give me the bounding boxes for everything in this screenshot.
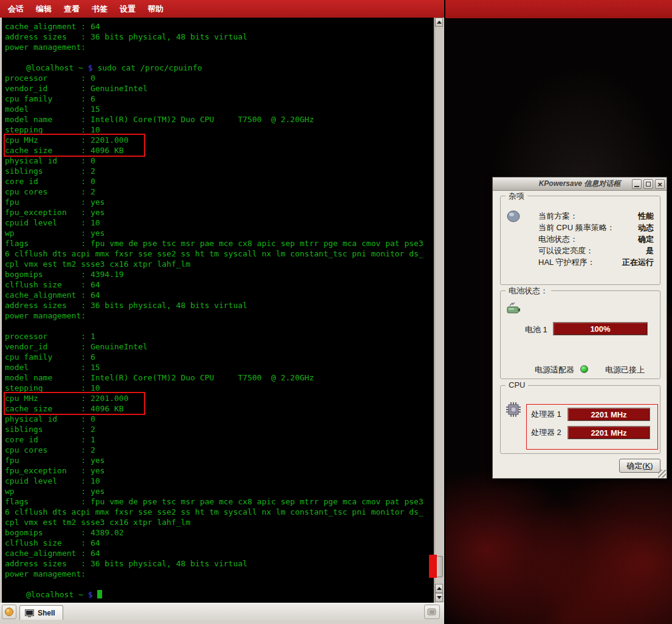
info-row: 可以设定亮度：是 bbox=[538, 245, 654, 256]
terminal-line: wp : yes bbox=[5, 228, 434, 238]
kpowersave-dialog: KPowersave 信息对话框 杂项 当前方案：性能当前 CPU 频率策略：动… bbox=[492, 177, 667, 479]
annotation-scroll-marker bbox=[429, 555, 437, 578]
terminal-line: cache size : 4096 KB bbox=[5, 403, 144, 414]
minimize-button[interactable] bbox=[632, 179, 642, 189]
new-session-icon bbox=[4, 607, 14, 617]
terminal-line: wp : yes bbox=[5, 486, 434, 496]
cpu-row: 处理器 12201 MHz bbox=[531, 408, 650, 421]
terminal-line: model name : Intel(R) Core(TM)2 Duo CPU … bbox=[5, 372, 434, 383]
info-label: 可以设定亮度： bbox=[538, 245, 594, 256]
close-icon bbox=[657, 179, 662, 190]
prompt-command: sudo cat /proc/cpuinfo bbox=[93, 63, 202, 72]
terminal-window: 会话编辑查看书签设置帮助 cache_alignment : 64address… bbox=[0, 0, 444, 624]
terminal-line bbox=[5, 321, 434, 331]
terminal-line: power management: bbox=[5, 569, 434, 579]
cpu-rows: 处理器 12201 MHz处理器 22201 MHz bbox=[531, 408, 650, 444]
group-cpu-title: CPU bbox=[506, 380, 528, 389]
info-row: 电池状态：确定 bbox=[538, 233, 654, 245]
terminal-line: cpl vmx est tm2 ssse3 cx16 xtpr lahf_lm bbox=[5, 517, 434, 527]
cpu-frequency-value: 2201 MHz bbox=[591, 428, 626, 437]
terminal-line: siblings : 2 bbox=[5, 424, 434, 434]
close-button[interactable] bbox=[655, 179, 665, 189]
terminal-line: processor : 1 bbox=[5, 331, 434, 341]
info-value: 确定 bbox=[638, 234, 654, 245]
terminal-line bbox=[5, 579, 434, 589]
terminal-line: cpu MHz : 2201.000 bbox=[5, 393, 144, 403]
tab-shell[interactable]: Shell bbox=[19, 605, 63, 620]
menu-item-session[interactable]: 会话 bbox=[2, 1, 30, 18]
shell-icon bbox=[25, 609, 34, 617]
new-session-button[interactable] bbox=[2, 605, 16, 619]
terminal-scrollbar[interactable] bbox=[434, 18, 443, 603]
terminal-line: cpu cores : 2 bbox=[5, 187, 434, 197]
cpu-label: 处理器 1 bbox=[531, 409, 567, 420]
menu-item-bookmarks[interactable]: 书签 bbox=[86, 1, 114, 18]
terminal-line: fpu : yes bbox=[5, 455, 434, 465]
tab-label: Shell bbox=[38, 609, 55, 617]
group-misc-title: 杂项 bbox=[506, 191, 527, 202]
info-value: 是 bbox=[646, 245, 654, 256]
terminal-line: fpu : yes bbox=[5, 197, 434, 207]
menu-item-view[interactable]: 查看 bbox=[58, 1, 86, 18]
menu-item-edit[interactable]: 编辑 bbox=[30, 1, 58, 18]
terminal-output[interactable]: cache_alignment : 64address sizes : 36 b… bbox=[2, 18, 434, 603]
info-label: 电池状态： bbox=[538, 234, 578, 245]
terminal-line: power management: bbox=[5, 310, 434, 321]
terminal-line: siblings : 2 bbox=[5, 166, 434, 176]
cpu-frequency-value: 2201 MHz bbox=[591, 410, 626, 419]
misc-rows: 当前方案：性能当前 CPU 频率策略：动态电池状态：确定可以设定亮度：是HAL … bbox=[538, 210, 654, 268]
terminal-line: fpu_exception : yes bbox=[5, 465, 434, 476]
minimize-icon bbox=[634, 186, 639, 187]
terminal-line: physical id : 0 bbox=[5, 414, 434, 424]
terminal-line: cache_alignment : 64 bbox=[5, 290, 434, 300]
terminal-cursor bbox=[97, 590, 102, 598]
menu-item-settings[interactable]: 设置 bbox=[114, 1, 142, 18]
terminal-line: address sizes : 36 bits physical, 48 bit… bbox=[5, 300, 434, 310]
scroll-down-button[interactable] bbox=[435, 593, 443, 602]
dialog-title: KPowersave 信息对话框 bbox=[539, 179, 621, 189]
terminal-line: power management: bbox=[5, 42, 434, 52]
scroll-up-button[interactable] bbox=[435, 18, 443, 27]
terminal-line: physical id : 0 bbox=[5, 156, 434, 166]
terminal-line: clflush size : 64 bbox=[5, 279, 434, 290]
terminal-prompt-line: @localhost ~ $ bbox=[5, 589, 434, 600]
ok-label-pre: 确定( bbox=[626, 461, 645, 471]
resize-grip[interactable] bbox=[658, 470, 666, 478]
maximize-button[interactable] bbox=[643, 179, 653, 189]
annotation-box-terminal: cpu MHz : 2201.000cache size : 4096 KB bbox=[5, 135, 144, 156]
menu-item-help[interactable]: 帮助 bbox=[142, 1, 170, 18]
session-list-button[interactable] bbox=[424, 605, 440, 619]
dialog-titlebar[interactable]: KPowersave 信息对话框 bbox=[493, 177, 667, 191]
info-label: HAL 守护程序： bbox=[538, 257, 595, 268]
info-value: 动态 bbox=[638, 222, 654, 233]
group-battery-title: 电池状态： bbox=[506, 286, 551, 297]
annotation-box-terminal: cpu MHz : 2201.000cache size : 4096 KB bbox=[5, 393, 144, 414]
ok-label-post: ) bbox=[650, 461, 653, 470]
terminal-line: cache size : 4096 KB bbox=[5, 145, 144, 156]
prompt-symbol: $ bbox=[83, 63, 93, 72]
window-buttons bbox=[632, 179, 665, 189]
terminal-line: flags : fpu vme de pse tsc msr pae mce c… bbox=[5, 496, 434, 507]
terminal-line: cpl vmx est tm2 ssse3 cx16 xtpr lahf_lm bbox=[5, 259, 434, 269]
info-value: 正在运行 bbox=[622, 257, 654, 268]
terminal-line: bogomips : 4389.02 bbox=[5, 527, 434, 538]
terminal-line: cpu MHz : 2201.000 bbox=[5, 135, 144, 145]
scroll-up-button-bottom[interactable] bbox=[435, 584, 443, 593]
terminal-line bbox=[5, 52, 434, 63]
info-row: 当前 CPU 频率策略：动态 bbox=[538, 222, 654, 233]
prompt-symbol: $ bbox=[83, 590, 93, 599]
arrow-up-icon bbox=[437, 587, 442, 590]
terminal-line: stepping : 10 bbox=[5, 125, 434, 135]
prompt-host: @localhost ~ bbox=[26, 590, 83, 599]
terminal-line: 6 clflush dts acpi mmx fxsr sse sse2 ss … bbox=[5, 507, 434, 517]
terminal-line: vendor_id : GenuineIntel bbox=[5, 83, 434, 94]
info-value: 性能 bbox=[638, 211, 654, 222]
prompt-host: @localhost ~ bbox=[26, 63, 83, 72]
battery-label: 电池 1 bbox=[525, 324, 547, 335]
info-label: 当前 CPU 频率策略： bbox=[538, 222, 615, 233]
battery-percent: 100% bbox=[590, 324, 610, 334]
terminal-line: cpuid level : 10 bbox=[5, 218, 434, 228]
group-cpu: CPU 处理器 12201 MHz处理器 22201 MHz bbox=[500, 385, 660, 454]
ok-button[interactable]: 确定(K) bbox=[619, 459, 660, 473]
terminal-line: vendor_id : GenuineIntel bbox=[5, 341, 434, 352]
